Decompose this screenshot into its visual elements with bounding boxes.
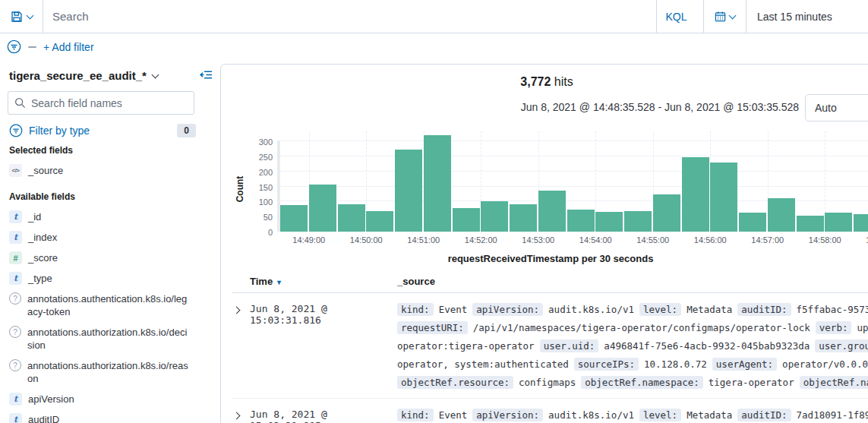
time-column-header[interactable]: Time▼ [250, 276, 397, 287]
source-line: operator:tigera-operatoruser.uid:a496841… [397, 337, 868, 355]
index-pattern-selector[interactable]: tigera_secure_ee_audit_* [9, 69, 196, 82]
interval-select[interactable]: Auto [805, 94, 868, 122]
discover-panel: 3,772 hits Jun 8, 2021 @ 14:48:35.528 - … [220, 64, 868, 423]
field-item-auditID[interactable]: tauditID [8, 409, 196, 423]
plot-area [277, 131, 868, 232]
time-range-button[interactable]: Last 15 minutes [746, 0, 868, 33]
histogram-bar[interactable] [739, 213, 766, 232]
source-field-chip: level: [639, 409, 681, 421]
source-value: 10.128.0.72 [644, 358, 707, 370]
histogram-bar[interactable] [395, 150, 422, 232]
histogram-bar[interactable] [624, 211, 652, 232]
selected-fields-heading: Selected fields [9, 145, 196, 156]
y-axis-tick-label: 0 [268, 228, 273, 237]
source-value: Event [439, 409, 468, 421]
kql-button[interactable]: KQL [656, 0, 696, 33]
field-type-string-icon: t [9, 393, 22, 406]
add-filter-button[interactable]: + Add filter [43, 41, 94, 53]
field-item-_source[interactable]: </>_source [8, 160, 196, 181]
histogram-bar[interactable] [595, 212, 623, 232]
y-axis-tick-label: 50 [264, 213, 273, 222]
field-item-_score[interactable]: #_score [8, 248, 196, 268]
field-type-source-icon: </> [9, 164, 22, 177]
histogram-bar[interactable] [710, 163, 737, 232]
source-field-chip: auditID: [737, 409, 791, 421]
x-axis: 14:49:0014:50:0014:51:0014:52:0014:53:00… [277, 232, 868, 247]
field-type-string-icon: t [9, 231, 22, 244]
source-value: audit.k8s.io/v1 [548, 304, 634, 315]
histogram-bar[interactable] [280, 205, 308, 232]
filter-bar: + Add filter [0, 33, 868, 60]
saved-query-button[interactable] [0, 0, 43, 33]
histogram-bar[interactable] [797, 216, 824, 232]
histogram-bar[interactable] [309, 185, 336, 232]
y-axis-tick-label: 150 [259, 183, 273, 192]
quick-select-button[interactable] [704, 0, 746, 33]
field-name: _source [28, 164, 189, 177]
field-item-_id[interactable]: t_id [8, 207, 196, 227]
histogram-bar[interactable] [338, 204, 365, 232]
field-item-annotations.authentication.k8s.io/legacy-token[interactable]: ?annotations.authentication.k8s.io/legac… [8, 289, 196, 322]
field-item-annotations.authorization.k8s.io/decision[interactable]: ?annotations.authorization.k8s.io/decisi… [8, 322, 196, 355]
filter-icon [9, 124, 23, 137]
expand-row-button[interactable] [232, 406, 250, 423]
filter-placeholder-dash [28, 46, 36, 48]
field-type-unknown-icon: ? [9, 292, 21, 305]
histogram-bar[interactable] [854, 214, 868, 232]
source-field-chip: auditID: [737, 303, 791, 316]
field-search-box [8, 91, 194, 115]
search-input[interactable] [43, 0, 656, 33]
histogram-bar[interactable] [825, 213, 852, 232]
field-search-input[interactable] [31, 97, 188, 109]
filter-by-type[interactable]: Filter by type 0 [9, 124, 196, 137]
field-item-_index[interactable]: t_index [8, 227, 196, 248]
source-line: operator, system:authenticatedsourceIPs:… [397, 355, 868, 374]
field-name: _id [28, 210, 189, 223]
main-area: 3,772 hits Jun 8, 2021 @ 14:48:35.528 - … [220, 60, 868, 423]
histogram-bar[interactable] [682, 157, 709, 232]
y-axis-tick-label: 250 [259, 153, 273, 162]
time-range-display: Jun 8, 2021 @ 14:48:35.528 - Jun 8, 2021… [521, 101, 799, 113]
field-type-number-icon: # [9, 251, 22, 264]
histogram-bar[interactable] [453, 208, 480, 232]
field-type-string-icon: t [9, 210, 22, 223]
x-axis-tick-label: 14:53:00 [522, 235, 554, 245]
field-item-annotations.authorization.k8s.io/reason[interactable]: ?annotations.authorization.k8s.io/reason [8, 355, 196, 389]
histogram-bar[interactable] [653, 194, 680, 232]
source-value: operator:tigera-operator [397, 340, 535, 352]
field-type-unknown-icon: ? [9, 326, 21, 338]
hits-label: hits [554, 75, 573, 88]
chart-title: requestReceivedTimestamp per 30 seconds [232, 253, 868, 264]
expand-row-button[interactable] [232, 301, 250, 392]
table-header: Time▼ _source [232, 272, 868, 293]
table-row: Jun 8, 2021 @ 15:03:31.816kind:EventapiV… [232, 293, 868, 399]
field-item-_type[interactable]: t_type [8, 268, 196, 289]
source-value: audit.k8s.io/v1 [548, 409, 634, 421]
source-column-header: _source [397, 276, 868, 287]
selected-fields-list: </>_source [8, 160, 196, 181]
source-field-chip: apiVersion: [472, 303, 543, 316]
histogram-bar[interactable] [768, 198, 795, 232]
histogram-bar[interactable] [510, 204, 537, 232]
filter-icon[interactable] [7, 39, 21, 54]
chart-header-row: Jun 8, 2021 @ 14:48:35.528 - Jun 8, 2021… [232, 93, 868, 122]
available-fields-heading: Available fields [9, 191, 196, 202]
row-time-cell: Jun 8, 2021 @ 15:03:31.805 [250, 406, 397, 423]
histogram-bar[interactable] [481, 201, 508, 232]
hits-summary: 3,772 hits [232, 75, 862, 89]
field-item-apiVersion[interactable]: tapiVersion [8, 389, 196, 409]
x-axis-tick-label: 14:49:00 [292, 235, 325, 245]
save-icon [11, 11, 23, 23]
search-icon [14, 97, 26, 109]
y-axis-tick-label: 200 [259, 168, 273, 177]
histogram-bar[interactable] [538, 191, 566, 232]
source-line: kind:EventapiVersion:audit.k8s.io/v1leve… [397, 301, 868, 319]
histogram-bar[interactable] [424, 135, 451, 232]
histogram-bar[interactable] [366, 211, 393, 232]
source-value: a496841f-75e6-4acb-9932-045bab9323da [604, 340, 810, 352]
collapse-sidebar-icon[interactable] [200, 69, 213, 80]
table-row: Jun 8, 2021 @ 15:03:31.805kind:EventapiV… [232, 399, 868, 423]
histogram-bar[interactable] [567, 210, 595, 232]
source-field-chip: objectRef.namespace: [581, 376, 703, 389]
field-name: _type [28, 272, 189, 285]
